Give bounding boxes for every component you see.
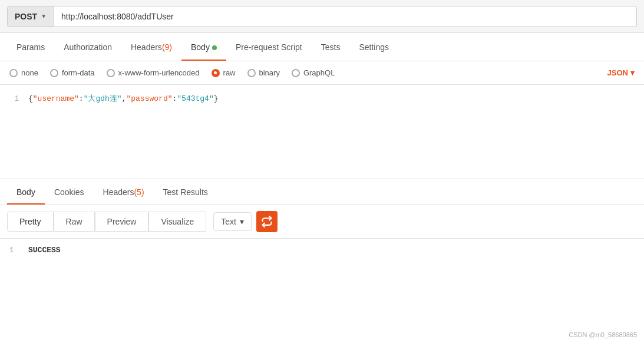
tab-settings[interactable]: Settings [349,34,398,60]
tab-headers[interactable]: Headers(9) [121,34,181,60]
body-active-dot [212,45,217,50]
response-tab-cookies[interactable]: Cookies [45,180,94,204]
json-format-dropdown[interactable]: JSON ▾ [607,68,635,77]
json-chevron-icon: ▾ [630,68,635,77]
body-editor[interactable]: 1 {"username":"大gdh连","password":"543tg4… [0,85,644,179]
method-selector[interactable]: POST ▼ [7,6,54,27]
option-binary[interactable]: binary [247,68,280,77]
response-line-1: 1 SUCCESS [9,246,635,255]
method-label: POST [15,12,37,21]
response-success-text: SUCCESS [28,246,61,255]
response-tab-nav: Body Cookies Headers(5) Test Results [0,179,644,205]
radio-raw [212,69,220,77]
response-section: Body Cookies Headers(5) Test Results Pre… [0,179,644,262]
tab-body[interactable]: Body [181,34,226,60]
option-form-data[interactable]: form-data [50,68,95,77]
text-dropdown-chevron-icon: ▾ [240,217,244,226]
option-raw[interactable]: raw [212,68,236,77]
text-format-dropdown[interactable]: Text ▾ [213,212,252,231]
tab-prerequest[interactable]: Pre-request Script [226,34,312,60]
tab-params[interactable]: Params [7,34,54,60]
view-tab-preview[interactable]: Preview [95,212,149,232]
body-options-bar: none form-data x-www-form-urlencoded raw… [0,61,644,85]
method-chevron-icon: ▼ [41,13,47,19]
wrap-button[interactable] [256,211,278,232]
radio-form-data [50,69,58,77]
response-tab-headers[interactable]: Headers(5) [94,180,154,204]
url-bar: POST ▼ [0,0,644,33]
radio-binary [247,69,256,77]
view-tab-raw[interactable]: Raw [54,212,95,232]
radio-x-www [107,69,115,77]
view-tab-pretty[interactable]: Pretty [7,212,54,232]
request-tab-nav: Params Authorization Headers(9) Body Pre… [0,33,644,61]
wrap-icon [261,216,273,227]
view-tab-visualize[interactable]: Visualize [148,212,206,232]
line-content-1: {"username":"大gdh连","password":"543tg4"} [28,93,644,104]
response-line-number-1: 1 [9,246,28,255]
radio-none [9,69,18,77]
tab-tests[interactable]: Tests [312,34,350,60]
response-tab-body[interactable]: Body [7,180,45,204]
option-x-www-form-urlencoded[interactable]: x-www-form-urlencoded [107,68,200,77]
response-tab-test-results[interactable]: Test Results [154,180,217,204]
option-none[interactable]: none [9,68,38,77]
editor-line-1: 1 {"username":"大gdh连","password":"543tg4… [0,92,644,105]
line-number-1: 1 [0,95,28,103]
url-input[interactable] [54,6,637,27]
tab-authorization[interactable]: Authorization [54,34,121,60]
option-graphql[interactable]: GraphQL [292,68,335,77]
response-body: 1 SUCCESS [0,239,644,262]
radio-graphql [292,69,300,77]
view-tabs-bar: Pretty Raw Preview Visualize Text ▾ [0,205,644,239]
